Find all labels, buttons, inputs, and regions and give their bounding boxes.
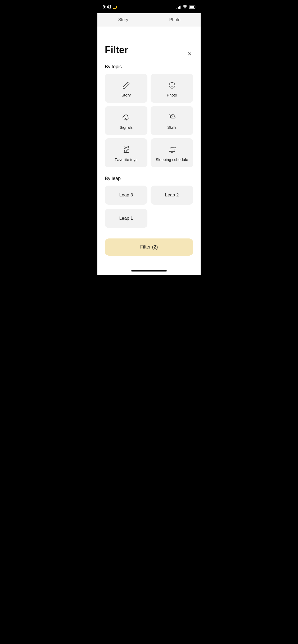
phone-frame: 9:41 🌙 Story Photo bbox=[97, 0, 201, 275]
leap-2-label: Leap 2 bbox=[165, 192, 179, 198]
topic-label-photo: Photo bbox=[167, 93, 177, 97]
sun-cloud-icon bbox=[167, 113, 177, 122]
baby-face-icon bbox=[167, 81, 177, 90]
pencil-icon bbox=[121, 81, 131, 90]
time-display: 9:41 bbox=[103, 5, 111, 10]
filter-button[interactable]: Filter (2) bbox=[105, 238, 193, 256]
svg-line-7 bbox=[170, 114, 170, 115]
rocking-horse-icon bbox=[121, 145, 131, 155]
leap-grid: Leap 3 Leap 2 bbox=[105, 186, 193, 205]
leap-empty-cell bbox=[151, 209, 193, 228]
tab-photo[interactable]: Photo bbox=[149, 13, 201, 26]
by-leap-label: By leap bbox=[105, 176, 193, 181]
leap-card-1[interactable]: Leap 1 bbox=[105, 209, 147, 228]
status-icons bbox=[177, 5, 195, 9]
leap-1-label: Leap 1 bbox=[119, 216, 133, 221]
home-bar bbox=[131, 270, 167, 272]
lightning-cloud-icon bbox=[121, 113, 131, 122]
svg-point-2 bbox=[173, 84, 173, 85]
leap-card-2[interactable]: Leap 2 bbox=[151, 186, 193, 205]
topic-label-sleeping-schedule: Sleeping schedule bbox=[156, 157, 188, 162]
topic-card-skills[interactable]: Skills bbox=[151, 106, 193, 135]
svg-point-10 bbox=[125, 148, 125, 149]
topic-card-favorite-toys[interactable]: Favorite toys bbox=[105, 138, 147, 167]
battery-icon bbox=[189, 6, 195, 9]
signal-bar-3 bbox=[179, 6, 180, 9]
filter-title: Filter bbox=[105, 44, 193, 56]
svg-text:zzz: zzz bbox=[173, 146, 176, 149]
battery-fill bbox=[189, 6, 194, 8]
svg-point-1 bbox=[170, 84, 171, 85]
topic-label-story: Story bbox=[121, 93, 131, 97]
svg-point-0 bbox=[169, 82, 175, 88]
tab-story[interactable]: Story bbox=[97, 13, 149, 26]
leap-card-3[interactable]: Leap 3 bbox=[105, 186, 147, 205]
leap-single-row: Leap 1 bbox=[105, 209, 193, 228]
bell-zzz-icon: zzz bbox=[167, 145, 177, 155]
topic-card-sleeping-schedule[interactable]: zzz Sleeping schedule bbox=[151, 138, 193, 167]
home-indicator bbox=[97, 266, 201, 275]
close-button[interactable]: ✕ bbox=[185, 49, 194, 59]
topic-label-skills: Skills bbox=[167, 125, 177, 130]
leap-3-label: Leap 3 bbox=[119, 192, 133, 198]
topic-card-story[interactable]: Story bbox=[105, 74, 147, 103]
topic-card-photo[interactable]: Photo bbox=[151, 74, 193, 103]
signal-bar-2 bbox=[178, 7, 179, 9]
svg-point-9 bbox=[124, 148, 128, 151]
signal-bar-4 bbox=[180, 6, 181, 9]
moon-icon: 🌙 bbox=[112, 5, 117, 9]
topic-grid: Story Photo bbox=[105, 74, 193, 167]
top-tab-bar: Story Photo bbox=[97, 13, 201, 26]
status-time: 9:41 🌙 bbox=[103, 5, 117, 10]
status-bar: 9:41 🌙 bbox=[97, 0, 201, 13]
topic-label-favorite-toys: Favorite toys bbox=[115, 157, 138, 162]
wifi-icon bbox=[183, 5, 187, 9]
topic-label-signals: Signals bbox=[120, 125, 133, 130]
signal-bars-icon bbox=[177, 6, 181, 9]
topic-card-signals[interactable]: Signals bbox=[105, 106, 147, 135]
by-topic-label: By topic bbox=[105, 64, 193, 70]
filter-modal: ✕ Filter By topic Story bbox=[97, 44, 201, 266]
signal-bar-1 bbox=[177, 8, 177, 9]
